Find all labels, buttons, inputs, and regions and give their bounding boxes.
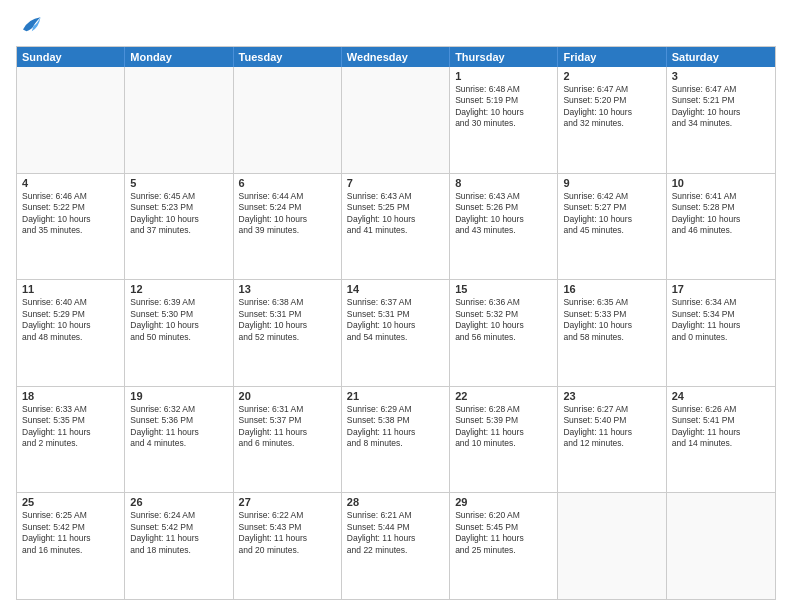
day-info: Sunrise: 6:43 AM Sunset: 5:25 PM Dayligh…	[347, 191, 444, 237]
calendar: SundayMondayTuesdayWednesdayThursdayFrid…	[16, 46, 776, 600]
day-cell-7: 7Sunrise: 6:43 AM Sunset: 5:25 PM Daylig…	[342, 174, 450, 280]
day-cell-10: 10Sunrise: 6:41 AM Sunset: 5:28 PM Dayli…	[667, 174, 775, 280]
day-number: 26	[130, 496, 227, 508]
day-number: 4	[22, 177, 119, 189]
header-day-sunday: Sunday	[17, 47, 125, 67]
day-info: Sunrise: 6:38 AM Sunset: 5:31 PM Dayligh…	[239, 297, 336, 343]
day-cell-3: 3Sunrise: 6:47 AM Sunset: 5:21 PM Daylig…	[667, 67, 775, 173]
day-number: 10	[672, 177, 770, 189]
header-day-saturday: Saturday	[667, 47, 775, 67]
day-cell-21: 21Sunrise: 6:29 AM Sunset: 5:38 PM Dayli…	[342, 387, 450, 493]
day-info: Sunrise: 6:34 AM Sunset: 5:34 PM Dayligh…	[672, 297, 770, 343]
day-info: Sunrise: 6:44 AM Sunset: 5:24 PM Dayligh…	[239, 191, 336, 237]
calendar-row-1: 1Sunrise: 6:48 AM Sunset: 5:19 PM Daylig…	[17, 67, 775, 174]
day-number: 19	[130, 390, 227, 402]
day-cell-empty-0-1	[125, 67, 233, 173]
calendar-row-3: 11Sunrise: 6:40 AM Sunset: 5:29 PM Dayli…	[17, 280, 775, 387]
day-cell-empty-0-0	[17, 67, 125, 173]
day-info: Sunrise: 6:28 AM Sunset: 5:39 PM Dayligh…	[455, 404, 552, 450]
day-info: Sunrise: 6:25 AM Sunset: 5:42 PM Dayligh…	[22, 510, 119, 556]
day-cell-11: 11Sunrise: 6:40 AM Sunset: 5:29 PM Dayli…	[17, 280, 125, 386]
day-cell-12: 12Sunrise: 6:39 AM Sunset: 5:30 PM Dayli…	[125, 280, 233, 386]
header	[16, 12, 776, 40]
day-cell-29: 29Sunrise: 6:20 AM Sunset: 5:45 PM Dayli…	[450, 493, 558, 599]
day-number: 28	[347, 496, 444, 508]
day-cell-2: 2Sunrise: 6:47 AM Sunset: 5:20 PM Daylig…	[558, 67, 666, 173]
day-number: 13	[239, 283, 336, 295]
day-number: 22	[455, 390, 552, 402]
day-info: Sunrise: 6:29 AM Sunset: 5:38 PM Dayligh…	[347, 404, 444, 450]
day-number: 8	[455, 177, 552, 189]
day-info: Sunrise: 6:43 AM Sunset: 5:26 PM Dayligh…	[455, 191, 552, 237]
day-info: Sunrise: 6:39 AM Sunset: 5:30 PM Dayligh…	[130, 297, 227, 343]
logo	[16, 12, 48, 40]
day-info: Sunrise: 6:40 AM Sunset: 5:29 PM Dayligh…	[22, 297, 119, 343]
day-number: 27	[239, 496, 336, 508]
header-day-friday: Friday	[558, 47, 666, 67]
day-cell-16: 16Sunrise: 6:35 AM Sunset: 5:33 PM Dayli…	[558, 280, 666, 386]
day-number: 21	[347, 390, 444, 402]
day-number: 3	[672, 70, 770, 82]
day-cell-20: 20Sunrise: 6:31 AM Sunset: 5:37 PM Dayli…	[234, 387, 342, 493]
day-number: 11	[22, 283, 119, 295]
day-number: 24	[672, 390, 770, 402]
day-number: 17	[672, 283, 770, 295]
day-cell-4: 4Sunrise: 6:46 AM Sunset: 5:22 PM Daylig…	[17, 174, 125, 280]
day-cell-27: 27Sunrise: 6:22 AM Sunset: 5:43 PM Dayli…	[234, 493, 342, 599]
calendar-body: 1Sunrise: 6:48 AM Sunset: 5:19 PM Daylig…	[17, 67, 775, 599]
day-info: Sunrise: 6:36 AM Sunset: 5:32 PM Dayligh…	[455, 297, 552, 343]
day-cell-5: 5Sunrise: 6:45 AM Sunset: 5:23 PM Daylig…	[125, 174, 233, 280]
day-number: 2	[563, 70, 660, 82]
day-cell-1: 1Sunrise: 6:48 AM Sunset: 5:19 PM Daylig…	[450, 67, 558, 173]
header-day-thursday: Thursday	[450, 47, 558, 67]
logo-icon	[16, 12, 44, 40]
day-number: 9	[563, 177, 660, 189]
calendar-header: SundayMondayTuesdayWednesdayThursdayFrid…	[17, 47, 775, 67]
day-cell-6: 6Sunrise: 6:44 AM Sunset: 5:24 PM Daylig…	[234, 174, 342, 280]
day-number: 5	[130, 177, 227, 189]
day-number: 7	[347, 177, 444, 189]
day-cell-25: 25Sunrise: 6:25 AM Sunset: 5:42 PM Dayli…	[17, 493, 125, 599]
day-cell-13: 13Sunrise: 6:38 AM Sunset: 5:31 PM Dayli…	[234, 280, 342, 386]
day-cell-empty-0-3	[342, 67, 450, 173]
day-info: Sunrise: 6:35 AM Sunset: 5:33 PM Dayligh…	[563, 297, 660, 343]
day-number: 6	[239, 177, 336, 189]
day-number: 16	[563, 283, 660, 295]
day-info: Sunrise: 6:48 AM Sunset: 5:19 PM Dayligh…	[455, 84, 552, 130]
day-cell-empty-0-2	[234, 67, 342, 173]
day-number: 12	[130, 283, 227, 295]
day-info: Sunrise: 6:42 AM Sunset: 5:27 PM Dayligh…	[563, 191, 660, 237]
day-cell-28: 28Sunrise: 6:21 AM Sunset: 5:44 PM Dayli…	[342, 493, 450, 599]
day-number: 15	[455, 283, 552, 295]
day-info: Sunrise: 6:37 AM Sunset: 5:31 PM Dayligh…	[347, 297, 444, 343]
day-info: Sunrise: 6:26 AM Sunset: 5:41 PM Dayligh…	[672, 404, 770, 450]
calendar-row-5: 25Sunrise: 6:25 AM Sunset: 5:42 PM Dayli…	[17, 493, 775, 599]
day-info: Sunrise: 6:20 AM Sunset: 5:45 PM Dayligh…	[455, 510, 552, 556]
day-cell-24: 24Sunrise: 6:26 AM Sunset: 5:41 PM Dayli…	[667, 387, 775, 493]
day-number: 18	[22, 390, 119, 402]
day-info: Sunrise: 6:45 AM Sunset: 5:23 PM Dayligh…	[130, 191, 227, 237]
page: SundayMondayTuesdayWednesdayThursdayFrid…	[0, 0, 792, 612]
day-cell-17: 17Sunrise: 6:34 AM Sunset: 5:34 PM Dayli…	[667, 280, 775, 386]
day-number: 25	[22, 496, 119, 508]
calendar-row-4: 18Sunrise: 6:33 AM Sunset: 5:35 PM Dayli…	[17, 387, 775, 494]
day-info: Sunrise: 6:33 AM Sunset: 5:35 PM Dayligh…	[22, 404, 119, 450]
day-info: Sunrise: 6:27 AM Sunset: 5:40 PM Dayligh…	[563, 404, 660, 450]
day-cell-15: 15Sunrise: 6:36 AM Sunset: 5:32 PM Dayli…	[450, 280, 558, 386]
header-day-monday: Monday	[125, 47, 233, 67]
day-number: 14	[347, 283, 444, 295]
day-number: 29	[455, 496, 552, 508]
day-cell-empty-4-5	[558, 493, 666, 599]
calendar-row-2: 4Sunrise: 6:46 AM Sunset: 5:22 PM Daylig…	[17, 174, 775, 281]
day-number: 20	[239, 390, 336, 402]
day-info: Sunrise: 6:21 AM Sunset: 5:44 PM Dayligh…	[347, 510, 444, 556]
day-info: Sunrise: 6:47 AM Sunset: 5:20 PM Dayligh…	[563, 84, 660, 130]
day-info: Sunrise: 6:32 AM Sunset: 5:36 PM Dayligh…	[130, 404, 227, 450]
day-cell-empty-4-6	[667, 493, 775, 599]
day-info: Sunrise: 6:31 AM Sunset: 5:37 PM Dayligh…	[239, 404, 336, 450]
day-cell-14: 14Sunrise: 6:37 AM Sunset: 5:31 PM Dayli…	[342, 280, 450, 386]
day-cell-26: 26Sunrise: 6:24 AM Sunset: 5:42 PM Dayli…	[125, 493, 233, 599]
day-cell-19: 19Sunrise: 6:32 AM Sunset: 5:36 PM Dayli…	[125, 387, 233, 493]
day-cell-23: 23Sunrise: 6:27 AM Sunset: 5:40 PM Dayli…	[558, 387, 666, 493]
day-number: 23	[563, 390, 660, 402]
